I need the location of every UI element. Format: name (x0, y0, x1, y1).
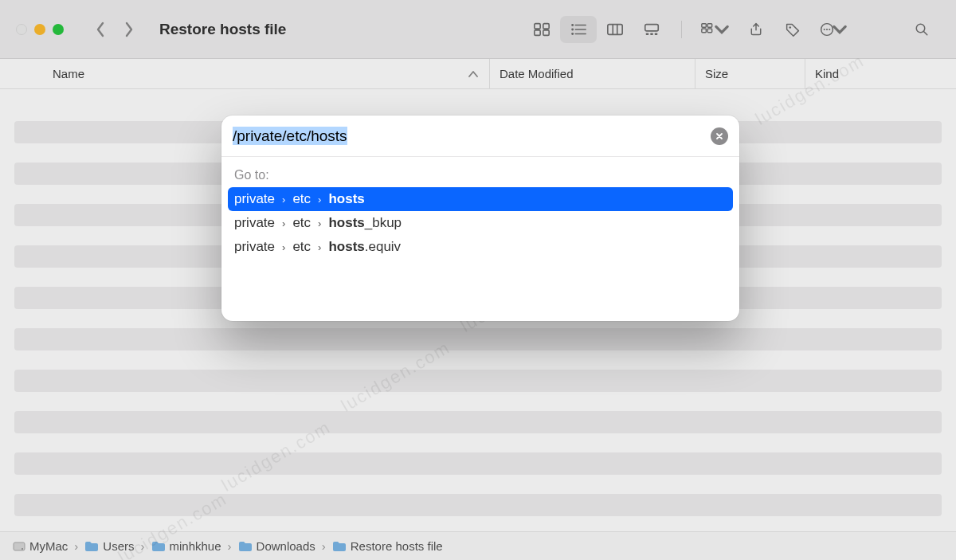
goto-result-item[interactable]: private › etc › hosts (228, 187, 733, 211)
goto-segment: etc (292, 215, 311, 231)
column-label: Name (53, 67, 84, 80)
svg-point-23 (824, 28, 825, 29)
svg-rect-13 (645, 24, 659, 30)
goto-path-input[interactable]: /private/etc/hosts (233, 127, 711, 145)
go-to-folder-dialog: /private/etc/hosts Go to: private › etc … (221, 116, 739, 321)
view-switcher (523, 16, 670, 43)
group-by-button[interactable] (693, 16, 738, 43)
zoom-window-button[interactable] (53, 24, 64, 35)
folder-icon (84, 541, 99, 552)
nav-arrows (88, 17, 142, 42)
list-item (14, 452, 942, 475)
path-label: MyMac (29, 539, 68, 553)
columns-icon (606, 22, 624, 37)
path-item-folder[interactable]: minhkhue (151, 539, 221, 553)
path-item-folder[interactable]: Downloads (238, 539, 315, 553)
svg-point-8 (571, 33, 574, 35)
column-header-name[interactable]: Name (53, 67, 489, 80)
column-label: Kind (815, 67, 839, 80)
svg-rect-20 (707, 29, 712, 33)
search-button[interactable] (903, 16, 940, 43)
svg-rect-17 (702, 23, 707, 27)
svg-rect-1 (543, 23, 549, 28)
goto-segment: etc (292, 239, 311, 255)
toolbar-separator (681, 21, 682, 38)
chevron-right-icon: › (318, 194, 321, 206)
svg-point-4 (571, 24, 574, 26)
svg-rect-3 (543, 29, 549, 34)
search-icon (913, 22, 931, 37)
sort-indicator (468, 67, 478, 80)
goto-match-bold: hosts (328, 215, 364, 230)
svg-rect-16 (655, 33, 658, 34)
chevron-right-icon: › (318, 217, 321, 229)
goto-input-row: /private/etc/hosts (221, 116, 739, 157)
share-icon (747, 22, 765, 37)
path-separator: › (228, 539, 232, 553)
folder-icon (238, 541, 253, 552)
column-view-button[interactable] (597, 16, 633, 43)
close-window-button[interactable] (16, 24, 27, 35)
share-button[interactable] (738, 16, 774, 43)
path-bar: MyMac › Users › minhkhue › Downloads › R… (0, 531, 956, 560)
goto-match-bold: hosts (328, 239, 364, 254)
icon-view-button[interactable] (523, 16, 560, 43)
goto-section-label: Go to: (228, 168, 733, 182)
window-controls (16, 24, 64, 35)
forward-button[interactable] (116, 17, 142, 42)
goto-match-rest: .equiv (365, 239, 401, 254)
column-header-row: Name Date Modified Size Kind (0, 59, 956, 89)
goto-segment: private (234, 191, 275, 207)
column-header-date[interactable]: Date Modified (489, 59, 695, 88)
folder-icon (151, 541, 166, 552)
list-view-button[interactable] (560, 16, 597, 43)
svg-rect-10 (608, 24, 622, 34)
path-label: Downloads (257, 539, 315, 553)
column-header-kind[interactable]: Kind (805, 59, 956, 88)
svg-point-29 (22, 548, 23, 550)
chevron-right-icon (123, 22, 135, 37)
path-item-folder[interactable]: Users (84, 539, 134, 553)
path-item-folder[interactable]: Restore hosts file (332, 539, 443, 553)
svg-line-27 (923, 31, 927, 35)
goto-match-rest: _bkup (365, 215, 402, 230)
goto-result-item[interactable]: private › etc › hosts_bkup (228, 211, 733, 235)
goto-segment: private (234, 239, 275, 255)
chevron-right-icon: › (282, 241, 285, 253)
goto-segment: etc (292, 191, 311, 207)
svg-rect-18 (707, 23, 712, 27)
path-separator: › (322, 539, 326, 553)
path-label: Restore hosts file (351, 539, 443, 553)
gallery-icon (643, 22, 660, 37)
toolbar: Restore hosts file (0, 0, 956, 59)
back-button[interactable] (88, 17, 113, 42)
svg-rect-19 (702, 29, 707, 33)
gallery-view-button[interactable] (633, 16, 670, 43)
list-icon (570, 22, 587, 37)
goto-segment: private (234, 215, 275, 231)
column-header-size[interactable]: Size (695, 59, 805, 88)
svg-rect-14 (646, 33, 649, 34)
svg-point-6 (571, 28, 574, 30)
disk-icon (13, 540, 25, 553)
action-menu-button[interactable] (811, 16, 856, 43)
chevron-right-icon: › (318, 241, 321, 253)
tag-icon (784, 22, 801, 37)
goto-match-bold: hosts (328, 191, 364, 207)
path-separator: › (74, 539, 78, 553)
chevron-down-icon (713, 22, 731, 37)
tags-button[interactable] (774, 16, 811, 43)
path-label: Users (103, 539, 134, 553)
chevron-right-icon: › (282, 194, 285, 206)
close-icon (715, 132, 723, 140)
path-item-disk[interactable]: MyMac (13, 539, 68, 553)
svg-point-24 (826, 28, 828, 29)
goto-result-item[interactable]: private › etc › hosts.equiv (228, 235, 733, 259)
svg-rect-0 (535, 23, 540, 28)
list-item (14, 328, 942, 350)
window-title: Restore hosts file (159, 21, 286, 38)
clear-input-button[interactable] (711, 127, 728, 145)
chevron-right-icon: › (282, 217, 285, 229)
minimize-window-button[interactable] (34, 24, 45, 35)
grid-icon (533, 22, 550, 37)
